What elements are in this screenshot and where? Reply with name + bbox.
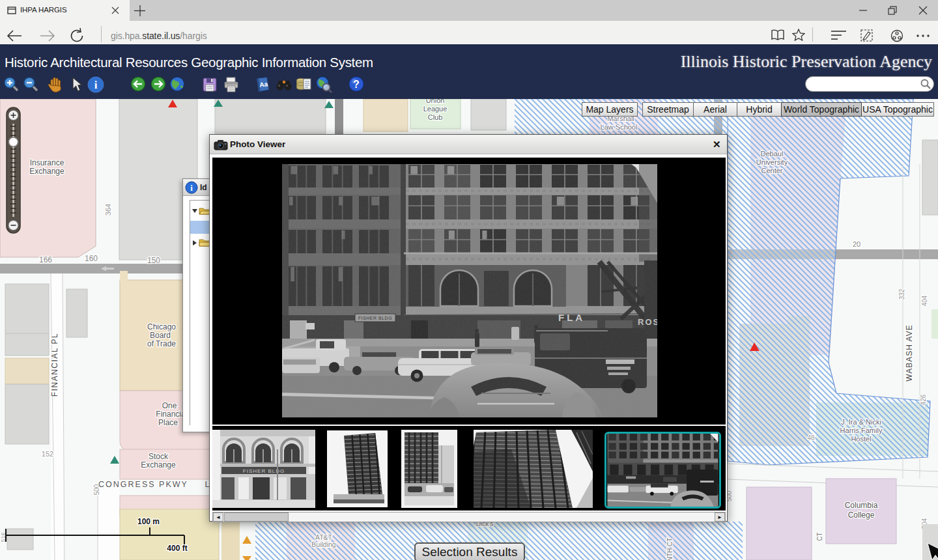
- svg-text:i: i: [94, 79, 98, 91]
- svg-text:WABASH AVE: WABASH AVE: [905, 324, 914, 381]
- svg-text:Union: Union: [426, 99, 445, 104]
- svg-text:Harris Family: Harris Family: [840, 427, 883, 434]
- svg-text:Exchange: Exchange: [29, 167, 64, 176]
- svg-text:Exchange: Exchange: [141, 460, 176, 469]
- svg-text:?: ?: [353, 79, 360, 90]
- svg-text:Board: Board: [150, 331, 171, 340]
- svg-text:Chicago: Chicago: [147, 322, 176, 331]
- svg-text:152: 152: [42, 450, 53, 458]
- svg-text:48: 48: [807, 434, 815, 441]
- svg-text:Club: Club: [428, 113, 443, 121]
- svg-text:Debaul: Debaul: [761, 150, 784, 158]
- svg-text:FINANCIAL PL: FINANCIAL PL: [50, 333, 59, 397]
- svg-text:426: 426: [920, 394, 927, 405]
- svg-text:400 ft: 400 ft: [167, 544, 187, 553]
- svg-text:100 m: 100 m: [137, 517, 160, 526]
- svg-text:CONGRESS PKWY: CONGRESS PKWY: [98, 480, 188, 489]
- svg-text:Building: Building: [311, 540, 336, 548]
- svg-text:404: 404: [921, 295, 928, 306]
- svg-text:166: 166: [39, 255, 52, 264]
- svg-text:Insurance: Insurance: [30, 158, 64, 167]
- svg-text:332: 332: [898, 288, 905, 300]
- svg-text:Financia: Financia: [156, 410, 186, 419]
- svg-text:FISHER BLDG: FISHER BLDG: [243, 468, 285, 474]
- svg-text:League: League: [423, 105, 448, 113]
- svg-text:Columbia: Columbia: [845, 501, 878, 510]
- svg-text:Hostel: Hostel: [851, 435, 871, 443]
- svg-text:J. Ira & Nicki: J. Ira & Nicki: [841, 418, 881, 426]
- svg-text:Center: Center: [761, 167, 782, 175]
- svg-text:One: One: [162, 401, 177, 410]
- svg-text:160: 160: [85, 254, 98, 263]
- svg-text:CT: CT: [816, 532, 823, 540]
- svg-text:i: i: [190, 183, 193, 193]
- svg-text:Stock: Stock: [149, 452, 169, 461]
- svg-text:of Trade: of Trade: [147, 339, 176, 348]
- svg-text:364: 364: [104, 204, 112, 216]
- svg-text:Place: Place: [158, 418, 178, 427]
- svg-text:20: 20: [853, 240, 860, 248]
- svg-text:NTH CT: NTH CT: [666, 538, 674, 560]
- svg-text:Law School: Law School: [601, 123, 638, 131]
- svg-text:University: University: [756, 158, 788, 166]
- svg-text:Aa: Aa: [259, 80, 268, 88]
- svg-text:College: College: [848, 511, 875, 520]
- svg-text:150: 150: [147, 256, 160, 265]
